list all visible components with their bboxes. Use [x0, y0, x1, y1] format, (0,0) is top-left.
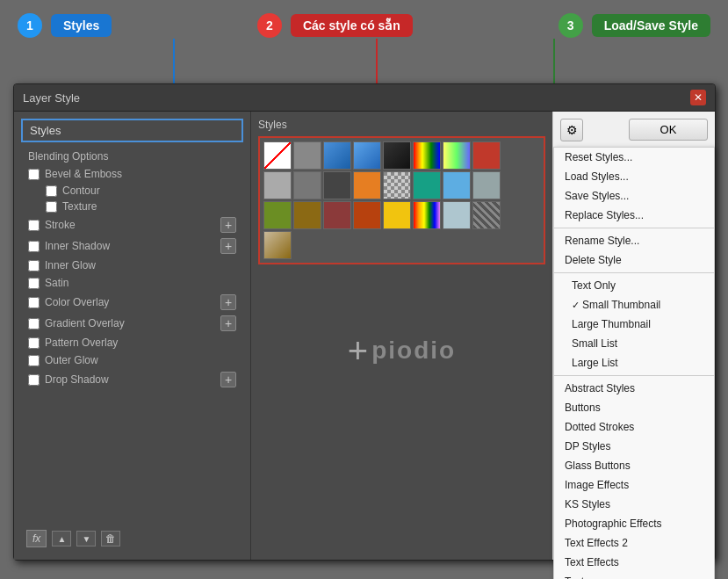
- menu-text-effects[interactable]: Text Effects: [554, 553, 714, 572]
- gradient-overlay-plus[interactable]: +: [220, 315, 236, 331]
- style-swatch[interactable]: [323, 201, 351, 229]
- fx-button[interactable]: fx: [26, 530, 47, 547]
- gradient-overlay-option[interactable]: Gradient Overlay +: [21, 313, 243, 334]
- style-swatch[interactable]: [413, 171, 441, 199]
- style-swatch[interactable]: [353, 171, 381, 199]
- style-swatch[interactable]: [472, 201, 501, 229]
- style-swatch[interactable]: [293, 201, 321, 229]
- inner-glow-checkbox[interactable]: [28, 260, 40, 271]
- drop-shadow-label: Drop Shadow: [45, 373, 109, 386]
- menu-dotted[interactable]: Dotted Strokes: [554, 417, 714, 437]
- style-swatch[interactable]: [472, 141, 501, 170]
- satin-option[interactable]: Satin: [21, 274, 243, 292]
- piodio-logo: + piodio: [258, 271, 545, 430]
- piodio-name: piodio: [371, 337, 456, 365]
- menu-text-only[interactable]: Text Only: [554, 276, 714, 295]
- style-swatch[interactable]: [472, 171, 501, 199]
- preset-label: Các style có sẵn: [291, 14, 413, 37]
- stroke-plus[interactable]: +: [220, 217, 236, 233]
- close-button[interactable]: ✕: [690, 90, 706, 105]
- texture-checkbox[interactable]: [46, 201, 57, 213]
- satin-checkbox[interactable]: [28, 278, 40, 289]
- style-swatch[interactable]: [383, 141, 411, 170]
- style-swatch[interactable]: [263, 141, 292, 170]
- bevel-checkbox[interactable]: [28, 169, 40, 180]
- drop-shadow-plus[interactable]: +: [220, 372, 236, 387]
- inner-shadow-checkbox[interactable]: [28, 241, 40, 252]
- menu-buttons[interactable]: Buttons: [554, 398, 714, 417]
- pattern-overlay-option[interactable]: Pattern Overlay: [21, 334, 243, 351]
- menu-dp[interactable]: DP Styles: [554, 437, 714, 456]
- stroke-label: Stroke: [45, 219, 76, 231]
- contour-option[interactable]: Contour: [21, 183, 243, 199]
- menu-replace-styles[interactable]: Replace Styles...: [554, 206, 714, 225]
- loadsave-label: Load/Save Style: [592, 14, 710, 37]
- dialog-body: Styles Blending Options Bevel & Emboss C…: [14, 112, 715, 560]
- blending-options[interactable]: Blending Options: [21, 148, 243, 165]
- inner-shadow-plus[interactable]: +: [220, 238, 236, 254]
- color-overlay-option[interactable]: Color Overlay +: [21, 292, 243, 313]
- style-swatch[interactable]: [443, 171, 471, 199]
- style-swatch[interactable]: [263, 171, 292, 199]
- menu-text-effects2[interactable]: Text Effects 2: [554, 533, 714, 553]
- texture-label: Texture: [62, 200, 97, 213]
- menu-glass[interactable]: Glass Buttons: [554, 456, 714, 475]
- style-swatch[interactable]: [353, 141, 381, 170]
- menu-load-styles[interactable]: Load Styles...: [554, 167, 714, 186]
- drop-shadow-checkbox[interactable]: [28, 374, 40, 386]
- badge-1: 1: [18, 13, 42, 38]
- move-up-button[interactable]: ▲: [52, 531, 71, 546]
- menu-textures[interactable]: Textures: [554, 572, 714, 579]
- style-swatch[interactable]: [443, 201, 471, 229]
- stroke-option[interactable]: Stroke +: [21, 214, 243, 235]
- delete-button[interactable]: 🗑: [101, 531, 120, 546]
- style-swatch[interactable]: [263, 231, 292, 259]
- menu-delete-style[interactable]: Delete Style: [554, 250, 714, 270]
- texture-option[interactable]: Texture: [21, 199, 243, 214]
- style-swatch[interactable]: [383, 171, 411, 199]
- inner-shadow-option[interactable]: Inner Shadow +: [21, 235, 243, 257]
- bevel-emboss[interactable]: Bevel & Emboss: [21, 165, 243, 183]
- outer-glow-checkbox[interactable]: [28, 355, 40, 366]
- move-down-button[interactable]: ▼: [76, 531, 96, 546]
- style-swatch[interactable]: [443, 141, 471, 170]
- pattern-overlay-label: Pattern Overlay: [45, 337, 118, 349]
- menu-abstract[interactable]: Abstract Styles: [554, 379, 714, 398]
- menu-small-list[interactable]: Small List: [554, 334, 714, 353]
- color-overlay-checkbox[interactable]: [28, 297, 40, 308]
- pattern-overlay-checkbox[interactable]: [28, 337, 40, 349]
- menu-sep-3: [554, 375, 714, 376]
- menu-large-list[interactable]: Large List: [554, 353, 714, 373]
- style-swatch[interactable]: [413, 141, 441, 170]
- outer-glow-option[interactable]: Outer Glow: [21, 351, 243, 369]
- style-swatch[interactable]: [293, 171, 321, 199]
- color-overlay-plus[interactable]: +: [220, 294, 236, 310]
- menu-small-thumbnail[interactable]: Small Thumbnail: [554, 295, 714, 315]
- menu-photographic[interactable]: Photographic Effects: [554, 514, 714, 533]
- menu-ks[interactable]: KS Styles: [554, 495, 714, 514]
- styles-header-box[interactable]: Styles: [21, 119, 243, 142]
- menu-large-thumbnail[interactable]: Large Thumbnail: [554, 315, 714, 334]
- menu-save-styles[interactable]: Save Styles...: [554, 186, 714, 206]
- contour-checkbox[interactable]: [46, 185, 57, 197]
- middle-panel: Styles: [251, 112, 552, 560]
- gradient-overlay-checkbox[interactable]: [28, 318, 40, 329]
- menu-rename-style[interactable]: Rename Style...: [554, 231, 714, 250]
- style-swatch[interactable]: [263, 201, 292, 229]
- style-swatch[interactable]: [413, 201, 441, 229]
- menu-reset-styles[interactable]: Reset Styles...: [554, 148, 714, 167]
- inner-glow-label: Inner Glow: [45, 259, 96, 271]
- styles-panel-title: Styles: [258, 119, 545, 131]
- gear-button[interactable]: ⚙: [560, 119, 583, 141]
- menu-image-effects[interactable]: Image Effects: [554, 475, 714, 495]
- drop-shadow-option[interactable]: Drop Shadow +: [21, 369, 243, 390]
- stroke-checkbox[interactable]: [28, 220, 40, 231]
- style-swatch[interactable]: [383, 201, 411, 229]
- style-swatch[interactable]: [323, 171, 351, 199]
- style-swatch[interactable]: [293, 141, 321, 170]
- style-swatch[interactable]: [323, 141, 351, 170]
- style-swatch[interactable]: [353, 201, 381, 229]
- inner-glow-option[interactable]: Inner Glow: [21, 257, 243, 274]
- ok-button[interactable]: OK: [629, 119, 708, 141]
- layer-style-dialog: Layer Style ✕ Styles Blending Options Be…: [13, 83, 716, 561]
